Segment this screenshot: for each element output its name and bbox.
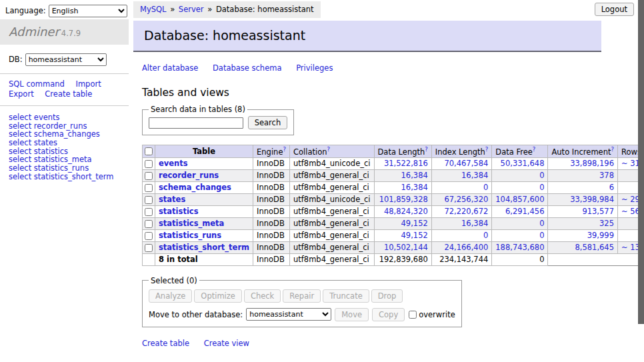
table-name-link[interactable]: recorder_runs bbox=[159, 171, 219, 180]
column-help-icon[interactable]: ? bbox=[327, 146, 331, 153]
table-name-link[interactable]: events bbox=[159, 159, 188, 168]
create-links: Create table Create view bbox=[142, 339, 601, 348]
table-name-link[interactable]: statistics_meta bbox=[159, 219, 224, 228]
table-name-link[interactable]: schema_changes bbox=[159, 183, 231, 192]
engine-cell: InnoDB bbox=[253, 157, 290, 169]
data-free-cell: 188,743,680 bbox=[492, 241, 548, 253]
breadcrumb: MySQL » Server » Database: homeassistant bbox=[133, 1, 321, 18]
check-button[interactable]: Check bbox=[244, 289, 281, 303]
collation-cell: utf8mb4_unicode_ci bbox=[289, 193, 374, 205]
table-name-cell: statistics_meta bbox=[155, 217, 253, 229]
sidebar-action-links: SQL command Import Export Create table bbox=[0, 74, 129, 106]
language-select[interactable]: English bbox=[49, 5, 127, 17]
data-free-cell: 0 bbox=[492, 181, 548, 193]
table-row: schema_changesInnoDButf8mb4_general_ci16… bbox=[143, 181, 644, 193]
breadcrumb-mysql-link[interactable]: MySQL bbox=[140, 5, 167, 14]
import-link[interactable]: Import bbox=[75, 79, 101, 89]
row-select-checkbox[interactable] bbox=[145, 244, 153, 252]
column-label: Data Free bbox=[495, 147, 533, 157]
move-button[interactable]: Move bbox=[335, 308, 369, 321]
row-select-checkbox[interactable] bbox=[145, 172, 153, 180]
scrollbar-thumb[interactable] bbox=[638, 0, 644, 324]
column-header-data-free: Data Free? bbox=[492, 145, 548, 158]
engine-cell: InnoDB bbox=[253, 229, 290, 241]
table-row: statistics_runsInnoDButf8mb4_general_ci4… bbox=[143, 229, 644, 241]
move-db-select[interactable]: homeassistant bbox=[246, 308, 331, 321]
column-help-icon[interactable]: ? bbox=[533, 146, 536, 153]
collation-cell: utf8mb4_general_ci bbox=[289, 229, 374, 241]
column-header-data-length: Data Length? bbox=[374, 145, 431, 158]
table-select-link[interactable]: select statistics_short_term bbox=[9, 172, 113, 181]
total-label-cell: 8 in total bbox=[155, 253, 253, 265]
overwrite-checkbox[interactable] bbox=[409, 311, 417, 319]
column-help-icon[interactable]: ? bbox=[283, 146, 286, 153]
select-all-cell bbox=[143, 145, 155, 158]
column-label: Auto Increment bbox=[551, 147, 611, 157]
row-select-checkbox[interactable] bbox=[145, 196, 153, 204]
data-length-cell: 31,522,816 bbox=[374, 157, 431, 169]
overwrite-option: overwrite bbox=[408, 310, 455, 319]
search-fieldset: Search data in tables (8) Search bbox=[142, 105, 294, 135]
breadcrumb-server-link[interactable]: Server bbox=[179, 5, 204, 14]
engine-cell: InnoDB bbox=[253, 217, 290, 229]
table-name-cell: events bbox=[155, 157, 253, 169]
db-nav-links: Alter database Database schema Privilege… bbox=[142, 63, 601, 73]
row-select-cell bbox=[143, 169, 155, 181]
privileges-link[interactable]: Privileges bbox=[296, 63, 333, 73]
total-collation-cell: utf8mb4_general_ci bbox=[289, 253, 374, 265]
search-input[interactable] bbox=[149, 117, 243, 129]
row-select-checkbox[interactable] bbox=[145, 208, 153, 216]
auto-increment-cell: 8,581,645 bbox=[548, 241, 618, 253]
database-schema-link[interactable]: Database schema bbox=[213, 63, 281, 73]
copy-button[interactable]: Copy bbox=[372, 308, 405, 321]
column-help-icon[interactable]: ? bbox=[485, 146, 489, 153]
auto-increment-cell: 33,398,984 bbox=[548, 193, 618, 205]
column-help-icon[interactable]: ? bbox=[611, 146, 614, 153]
table-name-link[interactable]: statistics bbox=[159, 207, 199, 216]
data-length-cell: 49,152 bbox=[374, 217, 431, 229]
export-link[interactable]: Export bbox=[9, 89, 34, 99]
table-name-link[interactable]: states bbox=[159, 195, 185, 204]
create-table-link[interactable]: Create table bbox=[142, 339, 189, 348]
row-select-checkbox[interactable] bbox=[145, 232, 153, 240]
column-label: Data Length bbox=[378, 147, 425, 157]
total-row: 8 in totalInnoDButf8mb4_general_ci192,83… bbox=[143, 253, 644, 265]
row-select-cell bbox=[143, 217, 155, 229]
collation-cell: utf8mb4_general_ci bbox=[289, 169, 374, 181]
row-select-checkbox[interactable] bbox=[145, 184, 153, 192]
create-view-link[interactable]: Create view bbox=[204, 339, 249, 348]
truncate-button[interactable]: Truncate bbox=[323, 289, 369, 303]
data-free-cell: 0 bbox=[492, 229, 548, 241]
sql-command-link[interactable]: SQL command bbox=[9, 79, 65, 89]
repair-button[interactable]: Repair bbox=[283, 289, 321, 303]
total-data-free-cell: 0 bbox=[492, 253, 548, 265]
data-length-cell: 48,824,320 bbox=[374, 205, 431, 217]
column-header-engine: Engine? bbox=[253, 145, 290, 158]
optimize-button[interactable]: Optimize bbox=[194, 289, 242, 303]
table-header-row: TableEngine?Collation?Data Length?Index … bbox=[143, 145, 644, 158]
create-table-sidebar-link[interactable]: Create table bbox=[45, 89, 92, 99]
row-select-cell bbox=[143, 241, 155, 253]
row-select-checkbox[interactable] bbox=[145, 160, 153, 168]
table-row: recorder_runsInnoDButf8mb4_general_ci16,… bbox=[143, 169, 644, 181]
table-name-link[interactable]: statistics_runs bbox=[159, 231, 221, 240]
analyze-button[interactable]: Analyze bbox=[149, 289, 192, 303]
table-row: statistics_short_termInnoDButf8mb4_gener… bbox=[143, 241, 644, 253]
table-name-link[interactable]: statistics_short_term bbox=[159, 243, 249, 252]
db-select[interactable]: homeassistant bbox=[25, 53, 107, 66]
column-help-icon[interactable]: ? bbox=[425, 146, 428, 153]
tables-table: TableEngine?Collation?Data Length?Index … bbox=[142, 145, 644, 266]
select-all-checkbox[interactable] bbox=[145, 147, 153, 155]
index-length-cell: 70,467,584 bbox=[431, 157, 492, 169]
search-button[interactable]: Search bbox=[248, 116, 288, 129]
main-content: MySQL » Server » Database: homeassistant… bbox=[133, 0, 601, 362]
data-length-cell: 16,384 bbox=[374, 169, 431, 181]
drop-button[interactable]: Drop bbox=[371, 289, 403, 303]
alter-database-link[interactable]: Alter database bbox=[142, 63, 198, 73]
total-data-length-cell: 192,839,680 bbox=[374, 253, 431, 265]
total-empty-cell bbox=[143, 253, 155, 265]
table-name-cell: states bbox=[155, 193, 253, 205]
column-label: Engine bbox=[257, 147, 283, 157]
index-length-cell: 0 bbox=[431, 229, 492, 241]
row-select-checkbox[interactable] bbox=[145, 220, 153, 228]
